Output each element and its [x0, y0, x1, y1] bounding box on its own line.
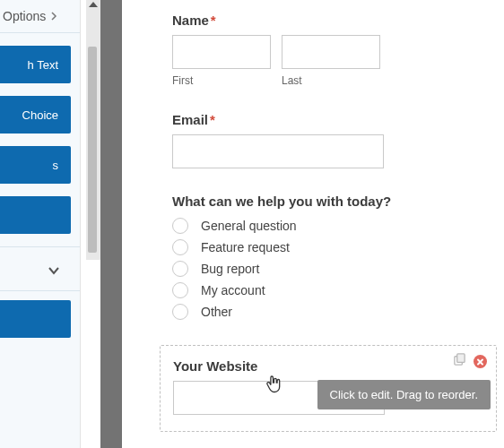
options-toggle[interactable]: Options: [0, 0, 80, 32]
field-name[interactable]: Name* First Last: [172, 13, 475, 87]
svg-rect-1: [457, 354, 465, 362]
scroll-up-icon[interactable]: [89, 2, 98, 7]
chevron-down-icon: [48, 264, 60, 277]
name-last-input[interactable]: [282, 35, 380, 69]
edit-tooltip: Click to edit. Drag to reorder.: [317, 380, 491, 409]
options-label: Options: [3, 9, 46, 23]
field-help-topic[interactable]: What can we help you with today? General…: [172, 194, 475, 320]
delete-icon[interactable]: [474, 355, 487, 368]
radio-icon: [172, 304, 188, 320]
email-input[interactable]: [172, 134, 384, 168]
radio-option[interactable]: Feature request: [172, 239, 475, 255]
field-type-button[interactable]: h Text: [0, 46, 71, 83]
field-label: Your Website: [173, 358, 483, 374]
field-type-button[interactable]: [0, 300, 71, 338]
field-email[interactable]: Email*: [172, 112, 475, 168]
radio-label: General question: [201, 219, 297, 233]
name-first-input[interactable]: [172, 35, 271, 69]
field-type-button[interactable]: [0, 196, 71, 234]
field-label: Name*: [172, 13, 475, 28]
scroll-thumb[interactable]: [88, 47, 97, 253]
sidebar-collapse[interactable]: [0, 251, 80, 290]
sidebar-scrollbar[interactable]: [86, 0, 100, 260]
radio-label: Other: [201, 305, 232, 319]
sub-label-first: First: [172, 74, 271, 87]
field-label: Email*: [172, 112, 475, 127]
radio-label: My account: [201, 283, 265, 297]
required-asterisk: *: [210, 112, 215, 127]
radio-icon: [172, 261, 188, 277]
field-type-button[interactable]: s: [0, 146, 71, 184]
radio-option[interactable]: Other: [172, 304, 475, 320]
required-asterisk: *: [211, 13, 216, 28]
builder-sidebar: Options h Text Choice s: [0, 0, 81, 448]
radio-option[interactable]: Bug report: [172, 261, 475, 277]
radio-option[interactable]: General question: [172, 218, 475, 234]
field-type-button[interactable]: Choice: [0, 96, 71, 134]
chevron-right-icon: [49, 12, 58, 21]
radio-label: Feature request: [201, 240, 290, 254]
canvas-gutter: [100, 0, 122, 448]
field-label: What can we help you with today?: [172, 194, 475, 209]
duplicate-icon[interactable]: [453, 353, 466, 370]
radio-icon: [172, 239, 188, 255]
radio-label: Bug report: [201, 262, 259, 276]
sidebar-separator: [0, 246, 80, 247]
radio-option[interactable]: My account: [172, 282, 475, 298]
form-canvas: Name* First Last Email* What can we help…: [122, 0, 504, 448]
radio-icon: [172, 282, 188, 298]
field-website[interactable]: Your Website Click to edit. Drag to reor…: [160, 345, 497, 432]
radio-icon: [172, 218, 188, 234]
sub-label-last: Last: [282, 74, 380, 87]
